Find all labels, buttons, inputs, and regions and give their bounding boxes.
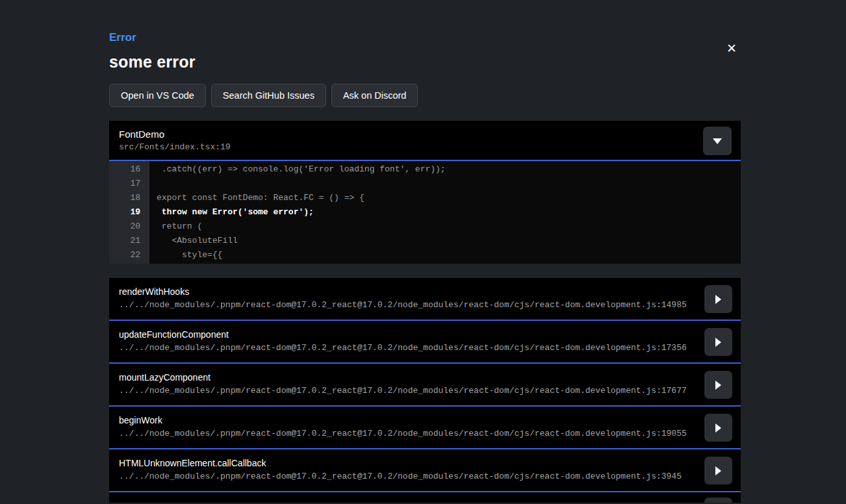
frame-source-path: ../../node_modules/.pnpm/react-dom@17.0.… (119, 386, 695, 396)
expand-frame-button[interactable] (704, 328, 732, 356)
frame-function-name: HTMLUnknownElement.callCallback (119, 458, 695, 468)
line-number: 18 (109, 191, 149, 205)
play-right-icon (715, 338, 721, 347)
stack-frame: renderWithHooks../../node_modules/.pnpm/… (109, 278, 741, 321)
line-number: 22 (109, 248, 149, 262)
expand-frame-button[interactable] (704, 371, 732, 399)
stack-frame: HTMLUnknownElement.callCallback../../nod… (109, 449, 741, 492)
code-line-16: 16 .catch((err) => console.log('Error lo… (109, 162, 741, 177)
expand-frame-button[interactable] (704, 414, 732, 442)
code-line-18: 18export const FontDemo: React.FC = () =… (109, 191, 741, 205)
code-line-19: 19 throw new Error('some error'); (109, 205, 741, 220)
frame-source-path: ../../node_modules/.pnpm/react-dom@17.0.… (119, 429, 695, 438)
code-text (149, 177, 157, 191)
error-overlay: ✕ Error some error Open in VS Code Searc… (0, 0, 846, 504)
code-text: return ( (149, 220, 202, 234)
play-right-icon (715, 466, 721, 475)
code-frame-title: FontDemo (119, 129, 741, 140)
play-right-icon (715, 381, 721, 390)
action-button-row: Open in VS Code Search GitHub Issues Ask… (109, 84, 741, 107)
frame-source-path: ../../node_modules/.pnpm/react-dom@17.0.… (119, 300, 695, 310)
frame-function-name: updateFunctionComponent (119, 329, 695, 340)
stack-trace-list: renderWithHooks../../node_modules/.pnpm/… (109, 278, 741, 503)
expand-frame-button[interactable] (704, 457, 732, 485)
code-line-21: 21 <AbsoluteFill (109, 234, 741, 248)
stack-frame-partial (109, 492, 741, 503)
open-in-vscode-button[interactable]: Open in VS Code (109, 84, 206, 107)
line-number: 21 (109, 234, 149, 248)
ask-on-discord-button[interactable]: Ask on Discord (331, 84, 418, 107)
line-number: 16 (109, 162, 149, 177)
code-text: throw new Error('some error'); (149, 205, 314, 220)
code-text: .catch((err) => console.log('Error loadi… (149, 162, 446, 177)
code-line-20: 20 return ( (109, 220, 741, 234)
collapse-code-button[interactable] (703, 127, 732, 155)
stack-frame: beginWork../../node_modules/.pnpm/react-… (109, 407, 741, 449)
error-message: some error (109, 53, 741, 71)
code-text: export const FontDemo: React.FC = () => … (149, 191, 365, 205)
frame-source-path: ../../node_modules/.pnpm/react-dom@17.0.… (119, 472, 695, 481)
code-frame-panel: FontDemo src/Fonts/index.tsx:19 16 .catc… (109, 121, 741, 264)
code-frame-header: FontDemo src/Fonts/index.tsx:19 (109, 121, 741, 161)
code-text: <AbsoluteFill (149, 234, 238, 248)
expand-frame-button[interactable] (704, 498, 732, 503)
line-number: 17 (109, 177, 149, 191)
stack-frame: mountLazyComponent../../node_modules/.pn… (109, 364, 741, 407)
frame-source-path: ../../node_modules/.pnpm/react-dom@17.0.… (119, 343, 695, 353)
frame-function-name: mountLazyComponent (119, 372, 695, 383)
chevron-down-icon (713, 138, 722, 144)
code-text: style={{ (149, 248, 222, 262)
code-line-17: 17 (109, 177, 741, 191)
code-frame-location: src/Fonts/index.tsx:19 (119, 142, 741, 152)
line-number: 19 (109, 205, 149, 220)
error-content: Error some error Open in VS Code Search … (109, 0, 741, 503)
play-right-icon (715, 295, 721, 304)
expand-frame-button[interactable] (704, 285, 732, 313)
code-snippet: 16 .catch((err) => console.log('Error lo… (109, 161, 741, 264)
search-github-issues-button[interactable]: Search GitHub Issues (211, 84, 326, 107)
line-number: 20 (109, 220, 149, 234)
code-line-22: 22 style={{ (109, 248, 741, 262)
frame-function-name: beginWork (119, 415, 695, 425)
stack-frame: updateFunctionComponent../../node_module… (109, 321, 741, 364)
error-type-label: Error (109, 31, 741, 44)
frame-function-name: renderWithHooks (119, 286, 695, 297)
play-right-icon (715, 423, 721, 433)
